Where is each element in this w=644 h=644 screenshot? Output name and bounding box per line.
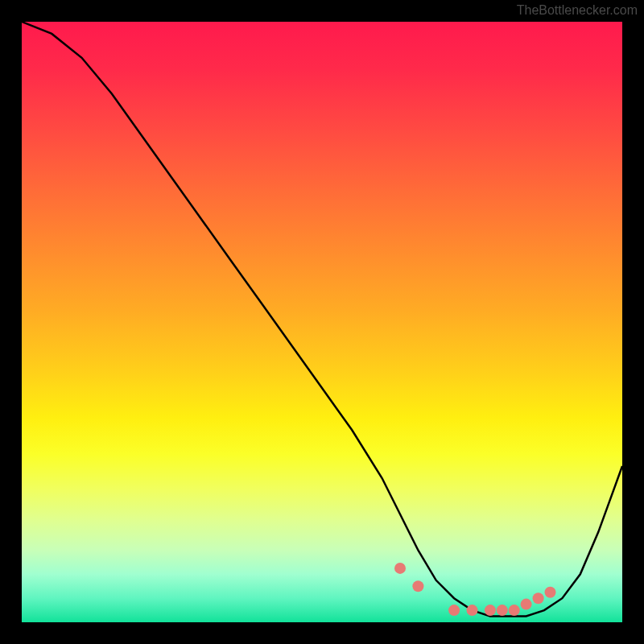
chart-frame: TheBottlenecker.com — [0, 0, 644, 644]
highlight-dot — [394, 563, 406, 574]
highlight-dot — [533, 592, 544, 604]
chart-svg — [22, 22, 622, 622]
highlight-dot — [521, 599, 532, 610]
highlight-dot — [545, 587, 556, 598]
highlight-dot — [467, 605, 478, 616]
highlight-dot — [448, 605, 460, 616]
highlight-dot — [509, 605, 520, 616]
highlight-dot — [485, 605, 496, 616]
plot-area — [22, 22, 622, 622]
bottleneck-curve — [22, 22, 622, 617]
attribution-text: TheBottlenecker.com — [517, 3, 638, 18]
highlight-dot — [497, 605, 508, 616]
highlight-dot — [412, 580, 423, 592]
